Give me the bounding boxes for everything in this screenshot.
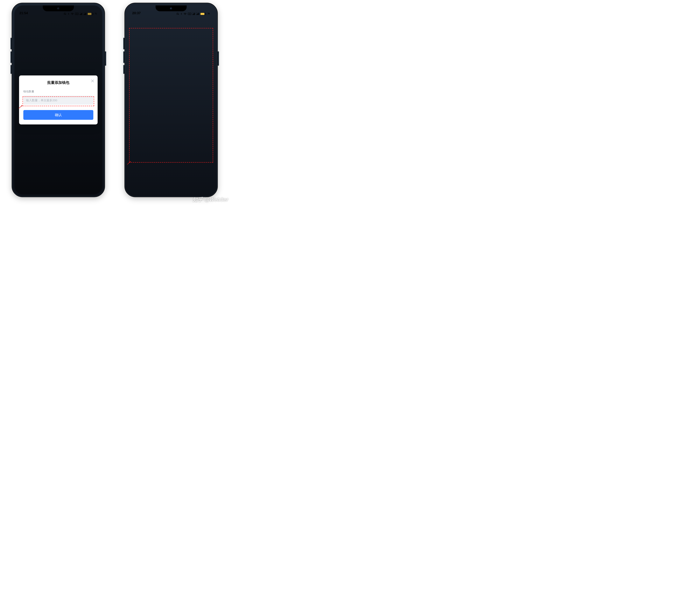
page-title: 钱包列表 <box>163 19 179 24</box>
svg-text:4G: 4G <box>193 13 194 14</box>
wallet-path: 路径：m/44'/60'/0'/0/5 <box>132 146 211 155</box>
wallet-address: 0x498f6fdF3a36…6b8eB69136a1f <box>132 62 211 65</box>
wallet-path: 路径：m/44'/60'/0'/0/3 <box>132 94 211 104</box>
wallet-item[interactable]: BSC-130xcCfD01DAD85…eEcfcF3c923BC路径：m/44… <box>127 132 215 155</box>
bottom-bar: 生成新钱包 <box>127 174 215 195</box>
close-icon[interactable] <box>91 79 95 84</box>
screen-right: 20:37 HD 4G 4G 78 钱包列表 BSC-40x1975E4181D… <box>127 5 215 195</box>
phone-left: 21:54 HD 4G 4G 71 钱包列表 生成新钱包 <box>12 3 105 197</box>
phone-notch <box>156 5 187 11</box>
svg-rect-17 <box>193 14 194 15</box>
wallet-name: BSC-10 <box>132 57 211 61</box>
status-time: 20:37 <box>132 11 141 15</box>
wallet-item[interactable]: BSC-40x1975E4181D3…F028d02407c8A路径：m/44'… <box>127 28 215 52</box>
batch-add-modal: 批量添加钱包 钱包数量 确认 <box>19 76 98 124</box>
hd-icon: HD <box>188 13 191 15</box>
svg-rect-23 <box>198 13 198 15</box>
svg-text:HD: HD <box>189 13 191 15</box>
wallet-address: 0xcCfD01DAD85…eEcfcF3c923BC <box>132 140 211 143</box>
confirm-button[interactable]: 确认 <box>23 110 93 120</box>
wallet-name: BSC-4 <box>132 31 211 35</box>
arrow-icon <box>18 105 23 109</box>
wallet-path: 路径：m/44'/60'/0'/0/4 <box>132 120 211 130</box>
wifi-icon <box>183 13 187 15</box>
phone-right: 20:37 HD 4G 4G 78 钱包列表 BSC-40x1975E4181D… <box>124 3 218 197</box>
wallet-item[interactable]: BSC-120xB1C57e3CAd0…054eFd718CD1路径：m/44'… <box>127 105 215 130</box>
status-icons: HD 4G 4G 78 <box>176 13 210 15</box>
wallet-name: BSC-13 <box>132 135 211 138</box>
navbar: 钱包列表 <box>127 16 215 26</box>
svg-rect-22 <box>197 14 197 15</box>
modal-title: 批量添加钱包 <box>23 80 93 85</box>
signal2-icon: 4G <box>196 13 199 15</box>
mute-icon <box>176 13 179 15</box>
battery-pct: 78 <box>207 13 210 15</box>
wallet-path: 路径：m/44'/60'/0'/0/1 <box>132 43 211 52</box>
wallet-name: BSC-11 <box>132 83 211 87</box>
wallet-list-area: BSC-40x1975E4181D3…F028d02407c8A路径：m/44'… <box>127 26 215 174</box>
arrow-icon <box>127 161 132 165</box>
svg-rect-19 <box>195 13 195 15</box>
wallet-item[interactable]: BSC-110x56cB30D32De…9eDC2cA4Bc95路径：m/44'… <box>127 80 215 104</box>
wallet-list[interactable]: BSC-40x1975E4181D3…F028d02407c8A路径：m/44'… <box>127 26 215 155</box>
screen-left: 21:54 HD 4G 4G 71 钱包列表 生成新钱包 <box>14 5 102 195</box>
watermark: 知乎 @Web3er <box>193 196 228 203</box>
svg-rect-18 <box>194 13 194 15</box>
bluetooth-icon <box>180 13 182 15</box>
signal1-icon: 4G <box>193 13 195 15</box>
back-button[interactable] <box>130 18 136 24</box>
wallet-item[interactable]: BSC-100x498f6fdF3a36…6b8eB69136a1f路径：m/4… <box>127 54 215 78</box>
generate-wallet-button[interactable]: 生成新钱包 <box>131 177 211 187</box>
wallet-path: 路径：m/44'/60'/0'/0/2 <box>132 68 211 78</box>
wallet-address: 0x1975E4181D3…F028d02407c8A <box>132 36 211 39</box>
wallet-name: BSC-12 <box>132 109 211 113</box>
wallet-address: 0xB1C57e3CAd0…054eFd718CD1 <box>132 114 211 117</box>
modal-field-label: 钱包数量 <box>23 90 93 93</box>
svg-text:4G: 4G <box>196 13 197 14</box>
battery-icon <box>200 13 206 15</box>
svg-rect-21 <box>196 14 197 15</box>
svg-rect-16 <box>193 14 193 15</box>
wallet-address: 0x56cB30D32De…9eDC2cA4Bc95 <box>132 88 211 91</box>
wallet-count-input[interactable] <box>23 96 93 105</box>
svg-rect-24 <box>198 13 199 15</box>
